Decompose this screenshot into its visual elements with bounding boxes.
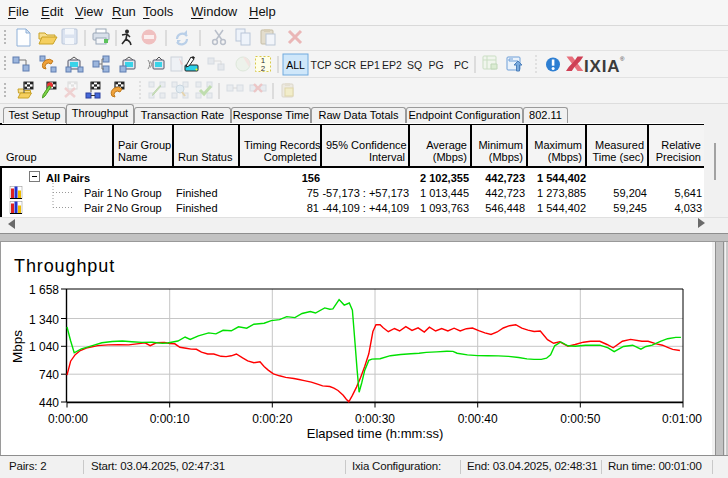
svg-text:1 658: 1 658 bbox=[29, 283, 59, 297]
svg-text:IXIA: IXIA bbox=[584, 57, 620, 76]
svg-text:0:00:50: 0:00:50 bbox=[560, 412, 600, 426]
svg-text:0:00:00: 0:00:00 bbox=[48, 412, 88, 426]
svg-text:1 340: 1 340 bbox=[29, 313, 59, 327]
svg-text:440: 440 bbox=[39, 396, 59, 410]
svg-text:EP2: EP2 bbox=[382, 59, 402, 71]
svg-text:Throughput: Throughput bbox=[14, 256, 115, 276]
svg-text:0:00:20: 0:00:20 bbox=[252, 412, 292, 426]
svg-text:PG: PG bbox=[429, 59, 444, 71]
svg-text:2: 2 bbox=[261, 64, 266, 73]
svg-text:1 040: 1 040 bbox=[29, 340, 59, 354]
svg-text:®: ® bbox=[620, 56, 625, 62]
svg-text:740: 740 bbox=[39, 368, 59, 382]
svg-text:EP1: EP1 bbox=[360, 59, 380, 71]
svg-text:PC: PC bbox=[454, 59, 469, 71]
svg-text:Mbps: Mbps bbox=[10, 330, 25, 363]
svg-text:SQ: SQ bbox=[407, 59, 422, 71]
svg-text:ALL: ALL bbox=[286, 59, 305, 71]
svg-text:0:00:10: 0:00:10 bbox=[150, 412, 190, 426]
svg-text:SCR: SCR bbox=[334, 59, 357, 71]
svg-text:0:01:00: 0:01:00 bbox=[662, 412, 702, 426]
svg-text:0:00:30: 0:00:30 bbox=[355, 412, 395, 426]
svg-text:Elapsed time (h:mm:ss): Elapsed time (h:mm:ss) bbox=[307, 426, 444, 441]
svg-text:0:00:40: 0:00:40 bbox=[458, 412, 498, 426]
svg-text:TCP: TCP bbox=[311, 59, 332, 71]
